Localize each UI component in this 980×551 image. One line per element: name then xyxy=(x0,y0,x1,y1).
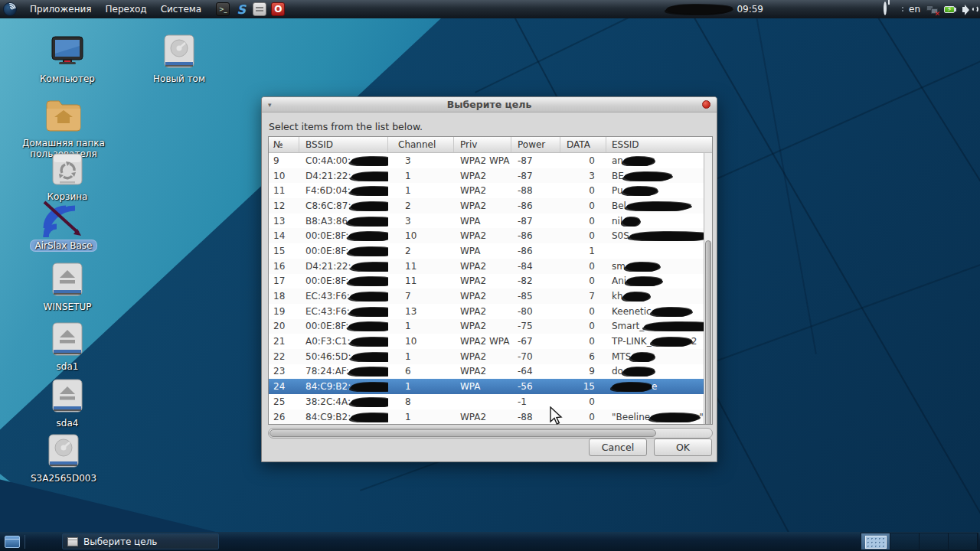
terminal-icon[interactable]: >_ xyxy=(216,2,230,16)
redacted-text xyxy=(351,187,388,195)
table-row-11[interactable]: 11 F4:6D:04: 1 WPA2 -88 0 Pu xyxy=(269,183,712,198)
table-row-13[interactable]: 13 B8:A3:86 3 WPA -87 0 nil xyxy=(269,214,712,229)
power-icon[interactable] xyxy=(884,3,897,16)
redacted-text xyxy=(351,337,388,346)
desktop-icon-label: sda1 xyxy=(25,361,109,372)
table-row-25[interactable]: 25 38:2C:4A: 8 -1 0 xyxy=(269,394,712,409)
desktop-icon-removable-5[interactable]: WINSETUP xyxy=(25,260,109,312)
select-target-dialog: ▾ Выберите цель Select items from the li… xyxy=(261,96,717,462)
trash-icon xyxy=(25,150,109,188)
table-row-21[interactable]: 21 A0:F3:C1: 10 WPA2 WPA -67 0 TP-LINK_2 xyxy=(269,334,712,349)
top-panel: Приложения Переход Система >_ S O 09:59 … xyxy=(0,0,980,18)
desktop-icon-label: AirSlax Base xyxy=(21,240,106,251)
col-header-data[interactable]: DATA xyxy=(560,137,606,152)
distro-logo-icon[interactable] xyxy=(3,2,17,16)
keyboard-layout-indicator[interactable]: en xyxy=(909,4,920,15)
table-row-22[interactable]: 22 50:46:5D: 1 WPA2 -70 6 MTS xyxy=(269,349,712,364)
redacted-text xyxy=(351,262,388,271)
table-row-14[interactable]: 14 00:0E:8F: 10 WPA2 -86 0 S0S xyxy=(269,228,712,243)
battery-charging-icon[interactable]: ⚡ xyxy=(944,3,957,16)
redacted-text xyxy=(626,202,691,210)
col-header-channel[interactable]: Channel xyxy=(388,137,454,152)
table-row-12[interactable]: 12 C8:6C:87: 2 WPA2 -86 0 Bel xyxy=(269,198,712,214)
list-header: № BSSID Channel Priv Power DATA ESSID xyxy=(269,137,712,153)
menu-system[interactable]: Система xyxy=(154,0,209,18)
file-manager-icon[interactable] xyxy=(253,2,266,16)
taskbar-window-title: Выберите цель xyxy=(83,536,157,547)
network-list: № BSSID Channel Priv Power DATA ESSID 9 … xyxy=(268,136,713,425)
dialog-title: Выберите цель xyxy=(262,99,717,110)
table-row-19[interactable]: 19 EC:43:F6: 13 WPA2 -80 0 Keenetic xyxy=(269,304,712,319)
redacted-text xyxy=(644,322,712,331)
clock[interactable]: 09:59 xyxy=(666,4,763,15)
slax-icon[interactable]: S xyxy=(234,2,248,16)
desktop-icon-airslax-4[interactable]: AirSlax Base xyxy=(21,199,106,251)
table-row-18[interactable]: 18 EC:43:F6: 7 WPA2 -85 7 kh xyxy=(269,289,712,304)
desktop-icon-volume-8[interactable]: S3A2565D003 xyxy=(21,432,106,484)
table-row-17[interactable]: 17 00:0E:8F: 11 WPA2 -82 0 Ani xyxy=(269,274,712,289)
tray-handle xyxy=(902,7,903,11)
redacted-text xyxy=(351,413,388,422)
menu-places[interactable]: Переход xyxy=(99,0,154,18)
redacted-text xyxy=(623,292,649,301)
close-icon[interactable] xyxy=(702,100,710,109)
taskbar-window-button[interactable]: Выберите цель xyxy=(62,533,219,549)
mouse-cursor xyxy=(549,406,564,426)
opera-icon[interactable]: O xyxy=(271,2,285,16)
redacted-text xyxy=(631,353,654,361)
desktop-icon-trash-3[interactable]: Корзина xyxy=(25,150,109,202)
redacted-text xyxy=(348,277,388,285)
redacted-text xyxy=(348,217,388,226)
table-row-15[interactable]: 15 00:0E:8F: 2 WPA -86 1 xyxy=(269,243,712,259)
horizontal-scrollbar[interactable] xyxy=(268,428,713,439)
show-desktop-icon[interactable] xyxy=(5,536,20,548)
ok-button[interactable]: OK xyxy=(654,439,712,456)
col-header-priv[interactable]: Priv xyxy=(454,137,511,152)
col-header-essid[interactable]: ESSID xyxy=(606,137,712,152)
redacted-text xyxy=(623,157,654,165)
dialog-instruction: Select items from the list below. xyxy=(262,112,717,139)
table-row-10[interactable]: 10 D4:21:22: 1 WPA2 -87 3 BE xyxy=(269,168,712,184)
desktop-icon-removable-7[interactable]: sda4 xyxy=(25,377,109,429)
network-offline-icon[interactable]: ✕ xyxy=(926,3,939,16)
desktop-icon-computer-0[interactable]: Компьютер xyxy=(25,32,109,84)
table-row-23[interactable]: 23 78:24:AF: 6 WPA2 -64 9 do xyxy=(269,364,712,380)
col-header-number[interactable]: № xyxy=(269,137,299,152)
volume-icon xyxy=(21,432,106,470)
removable-icon xyxy=(25,260,109,298)
workspace-2[interactable] xyxy=(890,533,920,549)
cancel-button[interactable]: Cancel xyxy=(589,439,647,456)
menu-applications[interactable]: Приложения xyxy=(23,0,99,18)
workspace-4[interactable] xyxy=(949,533,978,549)
vertical-scrollbar[interactable] xyxy=(704,153,712,424)
table-row-20[interactable]: 20 00:0E:8F: 1 WPA2 -75 0 Smart_ xyxy=(269,319,712,334)
col-header-bssid[interactable]: BSSID xyxy=(299,137,388,152)
redacted-text xyxy=(623,187,657,195)
table-row-24[interactable]: 24 84:C9:B2: 1 WPA -56 15 e xyxy=(269,379,712,394)
col-header-power[interactable]: Power xyxy=(511,137,560,152)
desktop-icon-label: Новый том xyxy=(137,73,221,84)
workspace-1[interactable] xyxy=(861,533,890,549)
workspace-3[interactable] xyxy=(920,533,949,549)
home-folder-icon xyxy=(21,96,106,135)
redacted-text xyxy=(650,413,699,422)
removable-icon xyxy=(25,377,109,415)
airslax-icon xyxy=(21,199,106,237)
computer-icon xyxy=(25,32,109,70)
window-icon xyxy=(67,537,78,546)
volume-icon xyxy=(137,32,221,70)
dialog-titlebar[interactable]: ▾ Выберите цель xyxy=(262,97,717,112)
desktop-icon-volume-1[interactable]: Новый том xyxy=(137,32,221,84)
table-row-9[interactable]: 9 C0:4A:00: 3 WPA2 WPA -87 0 an xyxy=(269,153,712,168)
redacted-date xyxy=(666,5,732,14)
volume-icon[interactable] xyxy=(962,3,975,16)
vertical-scrollbar-thumb[interactable] xyxy=(705,240,711,425)
redacted-text xyxy=(623,367,654,376)
redacted-text xyxy=(629,232,712,240)
redacted-text xyxy=(351,172,388,181)
table-row-26[interactable]: 26 84:C9:B2: 1 WPA2 -88 0 "Beeline" xyxy=(269,409,712,425)
desktop-icon-label: Компьютер xyxy=(25,73,109,84)
table-row-16[interactable]: 16 D4:21:22: 11 WPA2 -84 0 sm xyxy=(269,259,712,274)
horizontal-scrollbar-thumb[interactable] xyxy=(270,429,656,437)
desktop-icon-removable-6[interactable]: sda1 xyxy=(25,320,109,372)
